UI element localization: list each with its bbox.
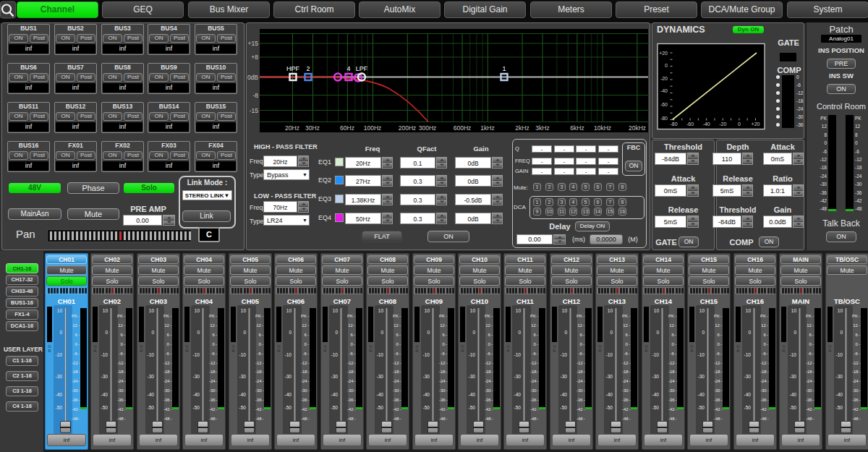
svg-text:6kHz: 6kHz xyxy=(570,124,584,132)
svg-text:4: 4 xyxy=(346,65,350,72)
svg-text:300Hz: 300Hz xyxy=(419,124,437,132)
svg-text:-40: -40 xyxy=(703,121,710,127)
svg-text:1kHz: 1kHz xyxy=(480,124,494,132)
svg-text:-40: -40 xyxy=(660,88,668,93)
svg-text:0: 0 xyxy=(665,63,668,68)
svg-text:+15: +15 xyxy=(248,40,259,47)
svg-text:0dB: 0dB xyxy=(247,74,258,81)
svg-text:-15: -15 xyxy=(250,107,259,114)
svg-text:-20: -20 xyxy=(660,76,668,81)
svg-text:3kHz: 3kHz xyxy=(535,124,549,132)
svg-text:10kHz: 10kHz xyxy=(594,124,611,132)
svg-text:30Hz: 30Hz xyxy=(305,124,320,132)
svg-text:100Hz: 100Hz xyxy=(364,124,382,132)
svg-text:2kHz: 2kHz xyxy=(515,124,529,132)
svg-text:-8: -8 xyxy=(252,92,258,99)
svg-text:20kHz: 20kHz xyxy=(629,124,646,132)
svg-text:0: 0 xyxy=(738,121,741,127)
svg-text:20Hz: 20Hz xyxy=(285,124,299,132)
svg-text:+20: +20 xyxy=(659,51,668,56)
svg-text:-80: -80 xyxy=(660,116,668,121)
svg-text:-60: -60 xyxy=(686,121,694,127)
svg-text:600Hz: 600Hz xyxy=(454,124,472,132)
svg-text:-20: -20 xyxy=(719,121,726,127)
svg-text:2: 2 xyxy=(306,65,310,72)
svg-text:200Hz: 200Hz xyxy=(399,124,417,132)
svg-text:-80: -80 xyxy=(670,121,677,127)
svg-text:1: 1 xyxy=(502,65,506,72)
svg-text:-60: -60 xyxy=(660,102,668,107)
svg-text:60Hz: 60Hz xyxy=(340,124,354,132)
svg-text:LPF: LPF xyxy=(356,65,368,72)
svg-text:HPF: HPF xyxy=(286,65,300,72)
svg-text:+20: +20 xyxy=(752,121,760,127)
svg-text:+8: +8 xyxy=(251,54,258,61)
